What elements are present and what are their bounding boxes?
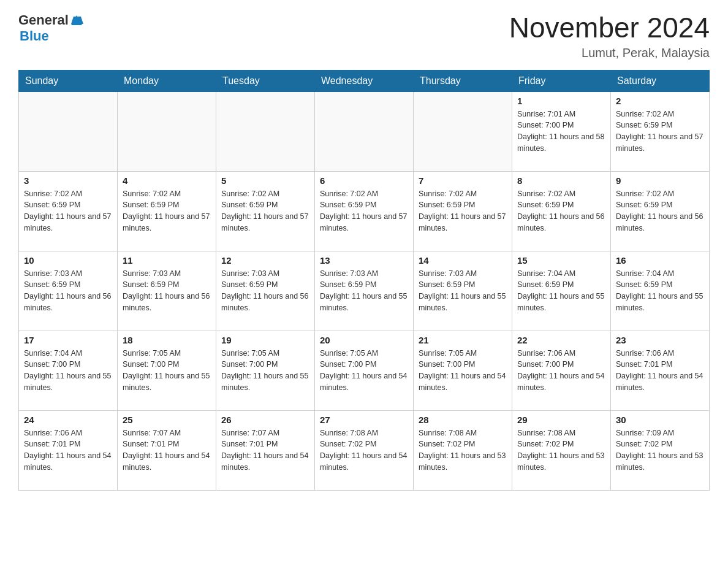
title-area: November 2024 Lumut, Perak, Malaysia [509, 12, 710, 60]
day-info: Sunrise: 7:08 AMSunset: 7:02 PMDaylight:… [517, 427, 605, 473]
page-header: General Blue November 2024 Lumut, Perak,… [18, 12, 710, 60]
weekday-header-saturday: Saturday [611, 70, 710, 91]
day-number: 25 [123, 415, 211, 425]
day-info: Sunrise: 7:05 AMSunset: 7:00 PMDaylight:… [320, 348, 408, 394]
day-info: Sunrise: 7:05 AMSunset: 7:00 PMDaylight:… [419, 348, 507, 394]
weekday-header-wednesday: Wednesday [315, 70, 414, 91]
day-info: Sunrise: 7:03 AMSunset: 6:59 PMDaylight:… [320, 268, 408, 314]
calendar-cell: 24Sunrise: 7:06 AMSunset: 7:01 PMDayligh… [19, 410, 118, 490]
day-info: Sunrise: 7:03 AMSunset: 6:59 PMDaylight:… [419, 268, 507, 314]
day-number: 19 [221, 335, 309, 345]
day-number: 23 [616, 335, 704, 345]
week-row-3: 10Sunrise: 7:03 AMSunset: 6:59 PMDayligh… [19, 251, 710, 331]
day-info: Sunrise: 7:04 AMSunset: 7:00 PMDaylight:… [24, 348, 112, 394]
day-info: Sunrise: 7:07 AMSunset: 7:01 PMDaylight:… [221, 427, 309, 473]
day-number: 9 [616, 175, 704, 186]
calendar-cell: 16Sunrise: 7:04 AMSunset: 6:59 PMDayligh… [611, 251, 710, 331]
day-number: 21 [419, 335, 507, 345]
day-info: Sunrise: 7:02 AMSunset: 6:59 PMDaylight:… [419, 188, 507, 234]
day-info: Sunrise: 7:02 AMSunset: 6:59 PMDaylight:… [123, 188, 211, 234]
logo-triangle-icon [70, 14, 83, 28]
day-number: 13 [320, 255, 408, 266]
calendar-cell: 14Sunrise: 7:03 AMSunset: 6:59 PMDayligh… [414, 251, 512, 331]
calendar-cell [118, 91, 216, 171]
day-info: Sunrise: 7:06 AMSunset: 7:00 PMDaylight:… [517, 348, 605, 394]
day-info: Sunrise: 7:02 AMSunset: 6:59 PMDaylight:… [517, 188, 605, 234]
calendar-cell: 2Sunrise: 7:02 AMSunset: 6:59 PMDaylight… [611, 91, 710, 171]
day-number: 29 [517, 415, 605, 425]
calendar-cell: 6Sunrise: 7:02 AMSunset: 6:59 PMDaylight… [315, 171, 414, 251]
day-number: 18 [123, 335, 211, 345]
weekday-header-sunday: Sunday [19, 70, 118, 91]
calendar-cell: 17Sunrise: 7:04 AMSunset: 7:00 PMDayligh… [19, 331, 118, 410]
calendar-cell: 10Sunrise: 7:03 AMSunset: 6:59 PMDayligh… [19, 251, 118, 331]
day-number: 1 [517, 96, 605, 106]
calendar-cell: 3Sunrise: 7:02 AMSunset: 6:59 PMDaylight… [19, 171, 118, 251]
calendar-cell: 22Sunrise: 7:06 AMSunset: 7:00 PMDayligh… [512, 331, 611, 410]
calendar-cell: 20Sunrise: 7:05 AMSunset: 7:00 PMDayligh… [315, 331, 414, 410]
day-number: 26 [221, 415, 309, 425]
day-info: Sunrise: 7:03 AMSunset: 6:59 PMDaylight:… [123, 268, 211, 314]
calendar-cell: 11Sunrise: 7:03 AMSunset: 6:59 PMDayligh… [118, 251, 216, 331]
logo: General Blue [18, 12, 83, 44]
calendar-table: SundayMondayTuesdayWednesdayThursdayFrid… [18, 70, 710, 491]
day-number: 3 [24, 175, 112, 186]
calendar-cell: 23Sunrise: 7:06 AMSunset: 7:01 PMDayligh… [611, 331, 710, 410]
calendar-cell: 4Sunrise: 7:02 AMSunset: 6:59 PMDaylight… [118, 171, 216, 251]
weekday-header-row: SundayMondayTuesdayWednesdayThursdayFrid… [19, 70, 710, 91]
day-info: Sunrise: 7:02 AMSunset: 6:59 PMDaylight:… [616, 109, 704, 155]
day-number: 15 [517, 255, 605, 266]
day-number: 7 [419, 175, 507, 186]
calendar-cell [216, 91, 315, 171]
calendar-cell [414, 91, 512, 171]
day-number: 22 [517, 335, 605, 345]
day-info: Sunrise: 7:06 AMSunset: 7:01 PMDaylight:… [24, 427, 112, 473]
day-info: Sunrise: 7:05 AMSunset: 7:00 PMDaylight:… [221, 348, 309, 394]
day-number: 28 [419, 415, 507, 425]
day-info: Sunrise: 7:08 AMSunset: 7:02 PMDaylight:… [419, 427, 507, 473]
weekday-header-friday: Friday [512, 70, 611, 91]
day-number: 8 [517, 175, 605, 186]
calendar-cell [315, 91, 414, 171]
month-title: November 2024 [509, 12, 710, 44]
day-info: Sunrise: 7:04 AMSunset: 6:59 PMDaylight:… [517, 268, 605, 314]
day-number: 20 [320, 335, 408, 345]
day-info: Sunrise: 7:02 AMSunset: 6:59 PMDaylight:… [221, 188, 309, 234]
week-row-5: 24Sunrise: 7:06 AMSunset: 7:01 PMDayligh… [19, 410, 710, 490]
calendar-cell: 26Sunrise: 7:07 AMSunset: 7:01 PMDayligh… [216, 410, 315, 490]
day-info: Sunrise: 7:05 AMSunset: 7:00 PMDaylight:… [123, 348, 211, 394]
calendar-cell: 5Sunrise: 7:02 AMSunset: 6:59 PMDaylight… [216, 171, 315, 251]
calendar-cell: 18Sunrise: 7:05 AMSunset: 7:00 PMDayligh… [118, 331, 216, 410]
day-info: Sunrise: 7:03 AMSunset: 6:59 PMDaylight:… [24, 268, 112, 314]
day-number: 24 [24, 415, 112, 425]
calendar-cell: 13Sunrise: 7:03 AMSunset: 6:59 PMDayligh… [315, 251, 414, 331]
day-number: 27 [320, 415, 408, 425]
day-info: Sunrise: 7:04 AMSunset: 6:59 PMDaylight:… [616, 268, 704, 314]
calendar-cell: 30Sunrise: 7:09 AMSunset: 7:02 PMDayligh… [611, 410, 710, 490]
day-number: 17 [24, 335, 112, 345]
day-info: Sunrise: 7:02 AMSunset: 6:59 PMDaylight:… [24, 188, 112, 234]
calendar-cell: 25Sunrise: 7:07 AMSunset: 7:01 PMDayligh… [118, 410, 216, 490]
weekday-header-thursday: Thursday [414, 70, 512, 91]
day-number: 12 [221, 255, 309, 266]
calendar-cell: 21Sunrise: 7:05 AMSunset: 7:00 PMDayligh… [414, 331, 512, 410]
logo-general-text: General [18, 12, 69, 28]
weekday-header-tuesday: Tuesday [216, 70, 315, 91]
calendar-cell: 19Sunrise: 7:05 AMSunset: 7:00 PMDayligh… [216, 331, 315, 410]
week-row-1: 1Sunrise: 7:01 AMSunset: 7:00 PMDaylight… [19, 91, 710, 171]
calendar-cell: 9Sunrise: 7:02 AMSunset: 6:59 PMDaylight… [611, 171, 710, 251]
day-info: Sunrise: 7:02 AMSunset: 6:59 PMDaylight:… [320, 188, 408, 234]
calendar-cell: 15Sunrise: 7:04 AMSunset: 6:59 PMDayligh… [512, 251, 611, 331]
day-info: Sunrise: 7:08 AMSunset: 7:02 PMDaylight:… [320, 427, 408, 473]
day-number: 10 [24, 255, 112, 266]
week-row-4: 17Sunrise: 7:04 AMSunset: 7:00 PMDayligh… [19, 331, 710, 410]
calendar-cell [19, 91, 118, 171]
weekday-header-monday: Monday [118, 70, 216, 91]
day-number: 30 [616, 415, 704, 425]
day-info: Sunrise: 7:07 AMSunset: 7:01 PMDaylight:… [123, 427, 211, 473]
day-number: 4 [123, 175, 211, 186]
calendar-cell: 8Sunrise: 7:02 AMSunset: 6:59 PMDaylight… [512, 171, 611, 251]
day-info: Sunrise: 7:06 AMSunset: 7:01 PMDaylight:… [616, 348, 704, 394]
day-number: 11 [123, 255, 211, 266]
day-info: Sunrise: 7:03 AMSunset: 6:59 PMDaylight:… [221, 268, 309, 314]
